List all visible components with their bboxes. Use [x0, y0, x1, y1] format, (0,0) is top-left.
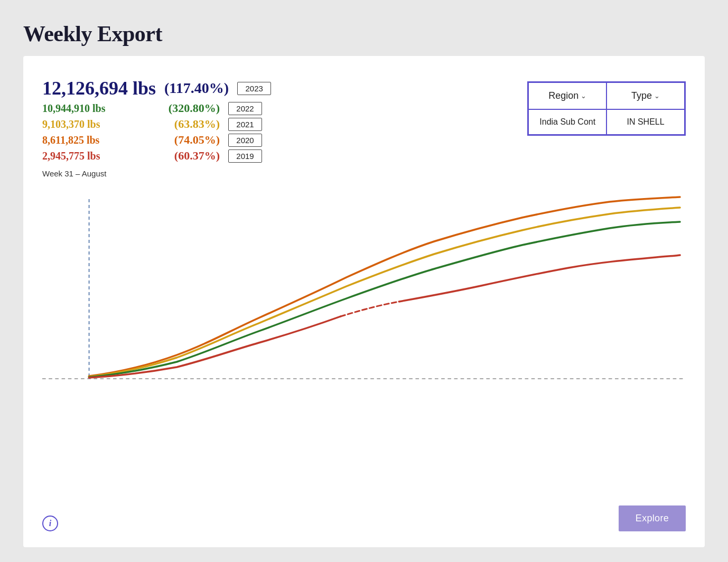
chart-area: [42, 189, 686, 507]
metric-value-2020: 8,611,825 lbs: [42, 134, 148, 146]
region-filter-value: India Sub Cont: [528, 109, 606, 135]
year-badge-2021[interactable]: 2021: [228, 118, 262, 131]
metric-pct-2020: (74.05%): [156, 133, 220, 147]
filter-block: Region ⌄ Type ⌄ India Sub Cont IN SHELL: [527, 81, 686, 136]
metric-row-2021: 9,103,370 lbs (63.83%) 2021: [42, 117, 271, 131]
type-chevron-icon: ⌄: [654, 92, 660, 100]
page-wrapper: Weekly Export 12,126,694 lbs (117.40%) 2…: [11, 11, 717, 562]
type-filter-label: Type: [631, 90, 652, 101]
info-icon[interactable]: i: [42, 516, 58, 531]
metric-pct-2023: (117.40%): [164, 80, 229, 97]
year-badge-2020[interactable]: 2020: [228, 134, 262, 147]
explore-button[interactable]: Explore: [619, 505, 686, 531]
metric-value-2022: 10,944,910 lbs: [42, 102, 148, 115]
year-badge-2022[interactable]: 2022: [228, 102, 262, 115]
year-badge-2023[interactable]: 2023: [237, 82, 271, 95]
type-filter-button[interactable]: Type ⌄: [606, 82, 685, 109]
metric-row-2022: 10,944,910 lbs (320.80%) 2022: [42, 101, 271, 115]
metric-pct-2022: (320.80%): [156, 101, 220, 115]
metric-row-2020: 8,611,825 lbs (74.05%) 2020: [42, 133, 271, 147]
region-filter-label: Region: [548, 90, 578, 101]
main-card: 12,126,694 lbs (117.40%) 2023 10,944,910…: [23, 56, 705, 547]
metrics-block: 12,126,694 lbs (117.40%) 2023 10,944,910…: [42, 77, 271, 178]
metric-pct-2021: (63.83%): [156, 117, 220, 131]
info-row: i: [42, 516, 686, 531]
metric-value-2021: 9,103,370 lbs: [42, 118, 148, 130]
page-title: Weekly Export: [23, 21, 705, 46]
metric-row-2019: 2,945,775 lbs (60.37%) 2019: [42, 149, 271, 163]
year-badge-2019[interactable]: 2019: [228, 149, 262, 163]
chart-svg: [42, 189, 686, 389]
metric-row-2023: 12,126,694 lbs (117.40%) 2023: [42, 77, 271, 99]
metric-pct-2019: (60.37%): [156, 149, 220, 163]
week-label: Week 31 – August: [42, 169, 271, 178]
metric-value-2023: 12,126,694 lbs: [42, 77, 156, 99]
region-chevron-icon: ⌄: [581, 92, 586, 100]
region-filter-button[interactable]: Region ⌄: [528, 82, 606, 109]
metric-value-2019: 2,945,775 lbs: [42, 150, 148, 162]
top-section: 12,126,694 lbs (117.40%) 2023 10,944,910…: [42, 77, 686, 178]
type-filter-value: IN SHELL: [606, 109, 685, 135]
